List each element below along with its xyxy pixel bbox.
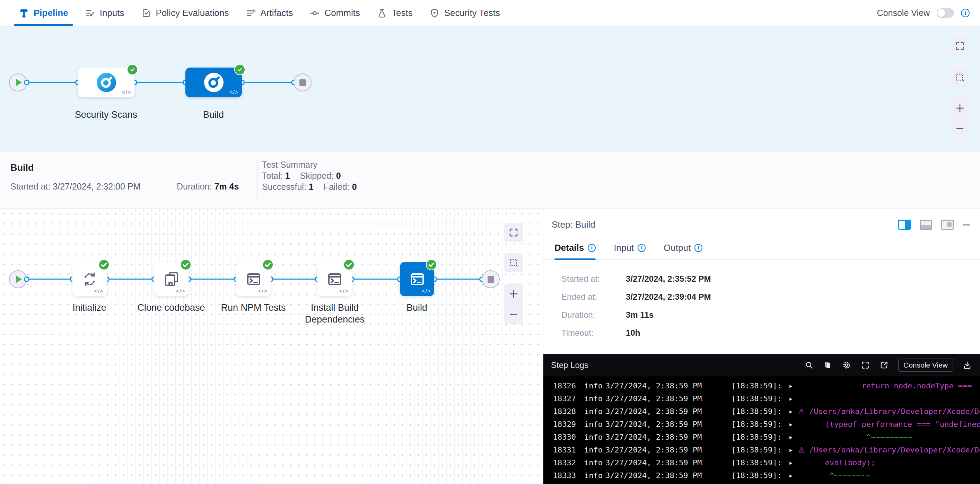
tab-label: Pipeline [33,8,68,18]
minimize-panel-icon[interactable] [963,224,970,225]
console-view-toggle[interactable] [937,8,954,17]
tab-input[interactable]: Input i [614,243,646,260]
log-expand-arrow[interactable]: ▸ [789,431,793,443]
copy-icon[interactable] [823,361,832,370]
log-expand-arrow[interactable]: ▸ [789,392,793,405]
tab-details[interactable]: Details i [554,243,596,260]
artifacts-icon [246,8,256,18]
log-time-prefix: [18:38:59]: [731,431,782,443]
stage-node-security-scans[interactable]: </> [78,68,134,97]
info-icon[interactable]: i [694,244,702,252]
canvas-fullscreen-button[interactable] [950,36,970,56]
yaml-code-badge: </> [422,288,431,295]
step-node-initialize[interactable]: </> [72,262,107,296]
policy-check-icon [141,8,151,18]
yaml-code-badge: </> [258,288,267,295]
terminal-icon [409,271,426,287]
open-external-icon[interactable] [880,361,889,370]
step-logs: Step Logs Console View 18326 info [543,354,980,484]
tab-commits[interactable]: Commits [301,0,368,26]
stage-label: Build [151,109,276,121]
info-icon[interactable]: i [638,244,646,252]
step-node-install-build-dependencies[interactable]: </> [317,262,352,296]
tab-label: Commits [325,8,360,18]
log-row: 18332 info 3/27/2024, 2:38:59 PM [18:38:… [543,456,980,469]
canvas-fullscreen-button[interactable] [504,223,523,242]
tab-artifacts[interactable]: Artifacts [237,0,301,26]
tab-pipeline[interactable]: Pipeline [10,0,76,26]
success-check-icon [344,259,355,270]
layout-floating-panel-icon[interactable] [941,220,954,230]
log-row: 18326 info 3/27/2024, 2:38:59 PM [18:38:… [543,379,980,392]
log-expand-arrow[interactable]: ▸ [789,443,793,456]
layout-bottom-panel-icon[interactable] [920,220,932,230]
zoom-in-button[interactable] [955,103,965,113]
execution-detail-split: </> </> </> [0,209,980,484]
download-icon[interactable] [963,361,972,370]
log-expand-arrow[interactable]: ▸ [789,456,793,469]
settings-gear-icon[interactable] [842,361,851,370]
step-logs-body[interactable]: 18326 info 3/27/2024, 2:38:59 PM [18:38:… [543,376,980,484]
search-icon[interactable] [805,361,814,370]
tab-tests[interactable]: Tests [368,0,421,26]
log-level: info [584,392,603,405]
log-line-number: 18326 [543,379,576,392]
log-line-number: 18327 [543,392,576,405]
stage-node-build[interactable]: </> [185,68,242,97]
canvas-zoom-controls [504,283,523,324]
console-view-button[interactable]: Console View [898,359,953,372]
nav-tabs: Pipeline Inputs Policy Evaluations Artif… [10,0,508,26]
zoom-in-button[interactable] [508,289,519,299]
stage-summary-title: Build [10,162,34,173]
log-timestamp: 3/27/2024, 2:38:59 PM [605,456,702,469]
pipeline-end-node [294,73,312,92]
tab-policy-evaluations[interactable]: Policy Evaluations [133,0,237,26]
log-expand-arrow[interactable]: ▸ [789,379,793,392]
log-timestamp: 3/27/2024, 2:38:59 PM [605,443,702,456]
shield-icon [430,8,440,18]
yaml-code-badge: </> [229,89,239,96]
warning-icon: ⚠ [798,443,805,456]
fullscreen-icon[interactable] [861,361,870,370]
flask-icon [377,8,387,18]
scan-stage-icon [97,73,116,92]
zoom-out-button[interactable] [955,123,965,134]
success-check-icon [99,259,110,270]
info-icon[interactable]: i [588,244,596,252]
pipeline-execution-page: Pipeline Inputs Policy Evaluations Artif… [0,0,980,484]
step-node-build[interactable]: </> [400,262,434,296]
canvas-zoom-controls [950,98,970,138]
zoom-out-button[interactable] [508,309,519,319]
top-nav: Pipeline Inputs Policy Evaluations Artif… [0,0,980,26]
tab-inputs[interactable]: Inputs [76,0,133,26]
log-expand-arrow[interactable]: ▸ [789,469,793,482]
log-level: info [584,418,603,431]
log-level: info [584,379,603,392]
canvas-select-button[interactable] [950,68,970,87]
tab-label: Tests [391,8,413,18]
log-timestamp: 3/27/2024, 2:38:59 PM [605,379,702,392]
log-expand-arrow[interactable]: ▸ [789,418,793,431]
layout-right-panel-icon[interactable] [898,220,911,230]
divider [257,162,258,199]
log-time-prefix: [18:38:59]: [731,418,782,431]
tab-label: Inputs [100,8,124,18]
canvas-select-button[interactable] [504,253,523,272]
nav-right: Console View i [877,8,970,18]
scan-stage-icon [204,73,224,92]
log-line-number: 18329 [543,418,576,431]
success-check-icon [234,64,245,75]
info-icon[interactable]: i [961,9,970,17]
console-view-label: Console View [877,8,930,18]
log-message: /Users/anka/Library/Developer/Xcode/De [809,405,980,418]
detail-row: Timeout: 10h [562,328,980,338]
log-message: return node.nodeType === [797,379,972,392]
step-node-clone-codebase[interactable]: </> [154,262,189,296]
stage-graph-canvas[interactable]: </> </> Security Scans Build [0,26,980,151]
log-expand-arrow[interactable]: ▸ [789,405,793,418]
log-line-number: 18331 [543,443,576,456]
step-graph-canvas[interactable]: </> </> </> [0,209,543,484]
tab-output[interactable]: Output i [663,243,702,260]
step-node-run-npm-tests[interactable]: </> [236,262,270,296]
tab-security-tests[interactable]: Security Tests [421,0,508,26]
